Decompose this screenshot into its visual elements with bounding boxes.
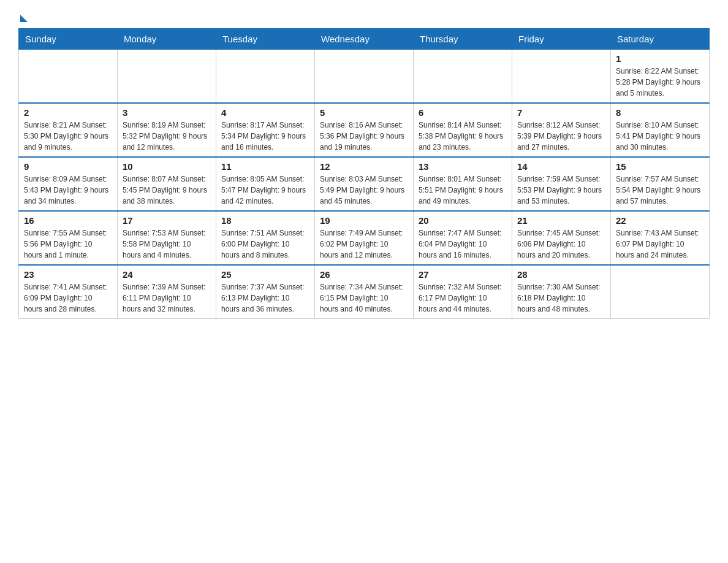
day-info: Sunrise: 8:05 AM Sunset: 5:47 PM Dayligh… (221, 174, 309, 207)
day-of-week-header: Saturday (611, 29, 710, 50)
day-number: 28 (517, 269, 605, 280)
day-info: Sunrise: 7:47 AM Sunset: 6:04 PM Dayligh… (419, 228, 507, 261)
logo (18, 12, 28, 22)
day-info: Sunrise: 7:32 AM Sunset: 6:17 PM Dayligh… (419, 282, 507, 315)
calendar-cell: 25Sunrise: 7:37 AM Sunset: 6:13 PM Dayli… (216, 265, 315, 319)
calendar-cell: 18Sunrise: 7:51 AM Sunset: 6:00 PM Dayli… (216, 211, 315, 265)
day-info: Sunrise: 7:30 AM Sunset: 6:18 PM Dayligh… (517, 282, 605, 315)
calendar-cell: 17Sunrise: 7:53 AM Sunset: 5:58 PM Dayli… (118, 211, 216, 265)
calendar-cell: 10Sunrise: 8:07 AM Sunset: 5:45 PM Dayli… (118, 157, 216, 211)
calendar-cell: 12Sunrise: 8:03 AM Sunset: 5:49 PM Dayli… (315, 157, 414, 211)
calendar-cell: 27Sunrise: 7:32 AM Sunset: 6:17 PM Dayli… (414, 265, 512, 319)
day-number: 15 (616, 161, 704, 172)
calendar-cell: 2Sunrise: 8:21 AM Sunset: 5:30 PM Daylig… (19, 103, 118, 157)
day-number: 22 (616, 215, 704, 226)
calendar-cell (118, 50, 216, 104)
day-of-week-header: Wednesday (315, 29, 414, 50)
day-info: Sunrise: 8:07 AM Sunset: 5:45 PM Dayligh… (123, 174, 211, 207)
calendar-cell: 9Sunrise: 8:09 AM Sunset: 5:43 PM Daylig… (19, 157, 118, 211)
calendar-cell: 19Sunrise: 7:49 AM Sunset: 6:02 PM Dayli… (315, 211, 414, 265)
day-info: Sunrise: 8:16 AM Sunset: 5:36 PM Dayligh… (320, 120, 408, 153)
calendar-week-row: 1Sunrise: 8:22 AM Sunset: 5:28 PM Daylig… (19, 50, 710, 104)
calendar-cell: 11Sunrise: 8:05 AM Sunset: 5:47 PM Dayli… (216, 157, 315, 211)
day-number: 11 (221, 161, 309, 172)
day-number: 27 (419, 269, 507, 280)
calendar-cell: 24Sunrise: 7:39 AM Sunset: 6:11 PM Dayli… (118, 265, 216, 319)
calendar-cell: 1Sunrise: 8:22 AM Sunset: 5:28 PM Daylig… (611, 50, 710, 104)
day-info: Sunrise: 8:17 AM Sunset: 5:34 PM Dayligh… (221, 120, 309, 153)
day-number: 12 (320, 161, 408, 172)
calendar-week-row: 9Sunrise: 8:09 AM Sunset: 5:43 PM Daylig… (19, 157, 710, 211)
calendar-cell: 6Sunrise: 8:14 AM Sunset: 5:38 PM Daylig… (414, 103, 512, 157)
day-info: Sunrise: 7:51 AM Sunset: 6:00 PM Dayligh… (221, 228, 309, 261)
day-number: 26 (320, 269, 408, 280)
day-info: Sunrise: 7:57 AM Sunset: 5:54 PM Dayligh… (616, 174, 704, 207)
day-info: Sunrise: 7:43 AM Sunset: 6:07 PM Dayligh… (616, 228, 704, 261)
calendar-cell: 13Sunrise: 8:01 AM Sunset: 5:51 PM Dayli… (414, 157, 512, 211)
day-info: Sunrise: 7:49 AM Sunset: 6:02 PM Dayligh… (320, 228, 408, 261)
day-number: 20 (419, 215, 507, 226)
calendar-header-row: SundayMondayTuesdayWednesdayThursdayFrid… (19, 29, 710, 50)
calendar-cell: 5Sunrise: 8:16 AM Sunset: 5:36 PM Daylig… (315, 103, 414, 157)
logo-arrow-icon (20, 15, 28, 22)
day-info: Sunrise: 8:12 AM Sunset: 5:39 PM Dayligh… (517, 120, 605, 153)
day-info: Sunrise: 8:19 AM Sunset: 5:32 PM Dayligh… (123, 120, 211, 153)
day-info: Sunrise: 7:53 AM Sunset: 5:58 PM Dayligh… (123, 228, 211, 261)
calendar-cell: 28Sunrise: 7:30 AM Sunset: 6:18 PM Dayli… (512, 265, 611, 319)
calendar-cell: 3Sunrise: 8:19 AM Sunset: 5:32 PM Daylig… (118, 103, 216, 157)
calendar-cell: 21Sunrise: 7:45 AM Sunset: 6:06 PM Dayli… (512, 211, 611, 265)
day-info: Sunrise: 7:37 AM Sunset: 6:13 PM Dayligh… (221, 282, 309, 315)
day-number: 1 (616, 53, 704, 64)
day-info: Sunrise: 7:34 AM Sunset: 6:15 PM Dayligh… (320, 282, 408, 315)
day-info: Sunrise: 8:03 AM Sunset: 5:49 PM Dayligh… (320, 174, 408, 207)
calendar-cell (512, 50, 611, 104)
calendar-table: SundayMondayTuesdayWednesdayThursdayFrid… (18, 28, 710, 319)
day-number: 18 (221, 215, 309, 226)
day-number: 17 (123, 215, 211, 226)
calendar-cell (315, 50, 414, 104)
calendar-cell: 4Sunrise: 8:17 AM Sunset: 5:34 PM Daylig… (216, 103, 315, 157)
calendar-cell: 20Sunrise: 7:47 AM Sunset: 6:04 PM Dayli… (414, 211, 512, 265)
calendar-week-row: 2Sunrise: 8:21 AM Sunset: 5:30 PM Daylig… (19, 103, 710, 157)
page-header (18, 12, 710, 22)
day-number: 3 (123, 107, 211, 118)
day-info: Sunrise: 7:39 AM Sunset: 6:11 PM Dayligh… (123, 282, 211, 315)
calendar-cell (19, 50, 118, 104)
day-info: Sunrise: 8:21 AM Sunset: 5:30 PM Dayligh… (24, 120, 112, 153)
calendar-week-row: 16Sunrise: 7:55 AM Sunset: 5:56 PM Dayli… (19, 211, 710, 265)
calendar-cell: 23Sunrise: 7:41 AM Sunset: 6:09 PM Dayli… (19, 265, 118, 319)
calendar-cell: 26Sunrise: 7:34 AM Sunset: 6:15 PM Dayli… (315, 265, 414, 319)
calendar-cell (414, 50, 512, 104)
calendar-cell (216, 50, 315, 104)
calendar-cell (611, 265, 710, 319)
day-number: 10 (123, 161, 211, 172)
calendar-cell: 15Sunrise: 7:57 AM Sunset: 5:54 PM Dayli… (611, 157, 710, 211)
day-number: 6 (419, 107, 507, 118)
calendar-week-row: 23Sunrise: 7:41 AM Sunset: 6:09 PM Dayli… (19, 265, 710, 319)
calendar-cell: 22Sunrise: 7:43 AM Sunset: 6:07 PM Dayli… (611, 211, 710, 265)
day-info: Sunrise: 8:22 AM Sunset: 5:28 PM Dayligh… (616, 66, 704, 99)
day-number: 14 (517, 161, 605, 172)
day-info: Sunrise: 8:14 AM Sunset: 5:38 PM Dayligh… (419, 120, 507, 153)
day-info: Sunrise: 8:01 AM Sunset: 5:51 PM Dayligh… (419, 174, 507, 207)
day-of-week-header: Friday (512, 29, 611, 50)
day-info: Sunrise: 8:09 AM Sunset: 5:43 PM Dayligh… (24, 174, 112, 207)
day-of-week-header: Tuesday (216, 29, 315, 50)
day-number: 19 (320, 215, 408, 226)
calendar-cell: 14Sunrise: 7:59 AM Sunset: 5:53 PM Dayli… (512, 157, 611, 211)
day-number: 23 (24, 269, 112, 280)
day-number: 9 (24, 161, 112, 172)
day-of-week-header: Monday (118, 29, 216, 50)
day-info: Sunrise: 7:41 AM Sunset: 6:09 PM Dayligh… (24, 282, 112, 315)
calendar-cell: 16Sunrise: 7:55 AM Sunset: 5:56 PM Dayli… (19, 211, 118, 265)
day-info: Sunrise: 7:55 AM Sunset: 5:56 PM Dayligh… (24, 228, 112, 261)
day-info: Sunrise: 8:10 AM Sunset: 5:41 PM Dayligh… (616, 120, 704, 153)
calendar-cell: 8Sunrise: 8:10 AM Sunset: 5:41 PM Daylig… (611, 103, 710, 157)
day-info: Sunrise: 7:45 AM Sunset: 6:06 PM Dayligh… (517, 228, 605, 261)
day-number: 8 (616, 107, 704, 118)
day-number: 2 (24, 107, 112, 118)
day-number: 4 (221, 107, 309, 118)
day-number: 25 (221, 269, 309, 280)
day-number: 16 (24, 215, 112, 226)
day-number: 21 (517, 215, 605, 226)
